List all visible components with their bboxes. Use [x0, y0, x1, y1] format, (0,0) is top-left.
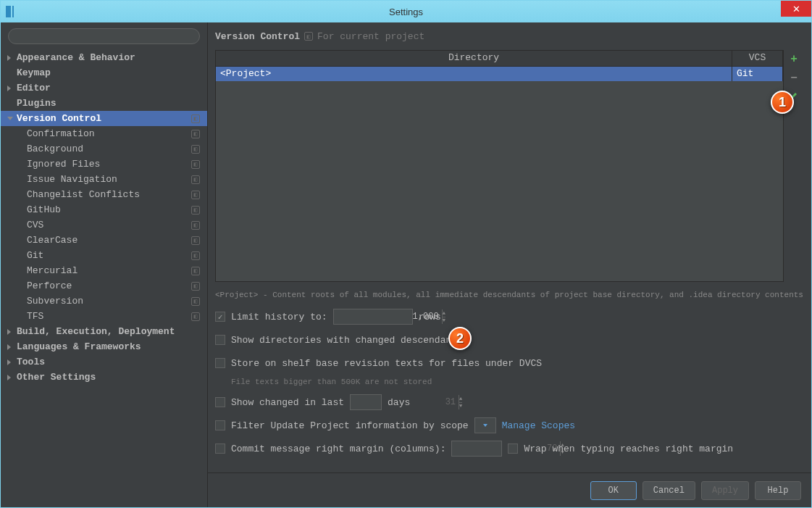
- tree-ignored-files[interactable]: Ignored Files◧: [1, 157, 207, 172]
- tree-tfs[interactable]: TFS◧: [1, 309, 207, 324]
- wrap-label: Wrap when typing reaches right margin: [524, 444, 733, 454]
- wrap-checkbox[interactable]: [508, 444, 518, 454]
- column-directory: Directory: [216, 51, 732, 66]
- tree-build[interactable]: Build, Execution, Deployment: [1, 324, 207, 339]
- search-input[interactable]: [8, 28, 200, 44]
- tree-version-control[interactable]: Version Control◧: [1, 111, 207, 126]
- spin-up-icon[interactable]: ▲: [459, 395, 462, 403]
- chevron-right-icon: [7, 344, 11, 350]
- column-vcs: VCS: [732, 51, 783, 66]
- callout-1: 1: [771, 91, 794, 114]
- tree-github[interactable]: GitHub◧: [1, 202, 207, 217]
- limit-history-checkbox[interactable]: [215, 312, 225, 322]
- footer: OK Cancel Apply Help: [208, 472, 811, 507]
- tree-changelist-conflicts[interactable]: Changelist Conflicts◧: [1, 187, 207, 202]
- table-toolbar: + − 1: [784, 50, 804, 282]
- scope-dropdown[interactable]: [474, 417, 496, 433]
- tree-issue-navigation[interactable]: Issue Navigation◧: [1, 172, 207, 187]
- chevron-right-icon: [7, 86, 11, 91]
- settings-window: Settings ✕ Appearance & Behavior Keymap …: [0, 0, 812, 508]
- chevron-right-icon: [7, 329, 11, 335]
- chevron-down-icon: [7, 117, 13, 120]
- store-shelf-label: Store on shelf base revision texts for f…: [231, 358, 542, 369]
- tree-mercurial[interactable]: Mercurial◧: [1, 263, 207, 278]
- ok-button[interactable]: OK: [590, 481, 637, 500]
- project-scope-icon: ◧: [191, 130, 200, 138]
- breadcrumb: Version Control ◧ For current project: [208, 22, 811, 50]
- titlebar: Settings ✕: [1, 1, 811, 22]
- tree-confirmation[interactable]: Confirmation◧: [1, 126, 207, 141]
- store-shelf-checkbox[interactable]: [215, 358, 225, 368]
- store-shelf-hint: File texts bigger than 500K are not stor…: [231, 378, 804, 386]
- show-changed-suffix: days: [388, 397, 410, 408]
- limit-history-label: Limit history to:: [231, 312, 327, 322]
- show-changed-label: Show changed in last: [231, 397, 344, 408]
- option-show-directories: Show directories with changed descendant…: [215, 331, 804, 349]
- tree-plugins[interactable]: Plugins: [1, 96, 207, 111]
- table-header: Directory VCS: [216, 51, 783, 67]
- tree-cvs[interactable]: CVS◧: [1, 217, 207, 233]
- spin-down-icon[interactable]: ▼: [459, 403, 462, 410]
- chevron-right-icon: [7, 55, 11, 61]
- svg-rect-0: [6, 6, 11, 17]
- tree-editor[interactable]: Editor: [1, 80, 207, 96]
- tree-subversion[interactable]: Subversion◧: [1, 293, 207, 309]
- project-scope-icon: ◧: [191, 191, 200, 199]
- tree-git[interactable]: Git◧: [1, 248, 207, 263]
- project-scope-icon: ◧: [191, 175, 200, 184]
- project-scope-icon: ◧: [191, 145, 200, 154]
- tree-appearance[interactable]: Appearance & Behavior: [1, 50, 207, 65]
- project-scope-icon: ◧: [191, 114, 200, 123]
- table-row[interactable]: <Project> Git: [216, 67, 783, 81]
- tree-perforce[interactable]: Perforce◧: [1, 278, 207, 293]
- minus-icon: −: [790, 72, 798, 85]
- show-changed-checkbox[interactable]: [215, 397, 225, 407]
- option-limit-history: Limit history to: ▲▼ rows: [215, 308, 804, 325]
- project-scope-icon: ◧: [191, 236, 200, 245]
- spin-up-icon[interactable]: ▲: [443, 309, 445, 317]
- show-dirs-checkbox[interactable]: [215, 335, 225, 345]
- search-container: [1, 22, 207, 50]
- help-button[interactable]: Help: [755, 481, 801, 500]
- settings-tree: Appearance & Behavior Keymap Editor Plug…: [1, 50, 207, 507]
- option-commit-margin: Commit message right margin (columns): ▲…: [215, 440, 804, 457]
- commit-margin-label: Commit message right margin (columns):: [231, 444, 445, 454]
- options-group: Limit history to: ▲▼ rows Show directori…: [215, 308, 804, 463]
- tree-languages[interactable]: Languages & Frameworks: [1, 339, 207, 354]
- tree-other-settings[interactable]: Other Settings: [1, 370, 207, 385]
- commit-margin-spinner[interactable]: ▲▼: [451, 441, 502, 457]
- main-panel: Version Control ◧ For current project Di…: [208, 22, 811, 507]
- show-dirs-label: Show directories with changed descendant…: [231, 335, 463, 346]
- remove-button[interactable]: −: [787, 72, 800, 85]
- cancel-button[interactable]: Cancel: [643, 481, 695, 500]
- filter-update-checkbox[interactable]: [215, 420, 225, 430]
- project-scope-icon: ◧: [191, 160, 200, 169]
- apply-button[interactable]: Apply: [701, 481, 749, 500]
- limit-history-spinner[interactable]: ▲▼: [333, 309, 413, 325]
- spin-down-icon[interactable]: ▼: [443, 317, 445, 325]
- close-button[interactable]: ✕: [781, 1, 811, 17]
- filter-update-label: Filter Update Project information by sco…: [231, 420, 469, 431]
- tree-tools[interactable]: Tools: [1, 354, 207, 370]
- option-filter-update: Filter Update Project information by sco…: [215, 417, 804, 434]
- description-text: <Project> - Content roots of all modules…: [215, 291, 804, 299]
- tree-clearcase[interactable]: ClearCase◧: [1, 233, 207, 248]
- cell-vcs: Git: [732, 67, 783, 81]
- sidebar: Appearance & Behavior Keymap Editor Plug…: [1, 22, 208, 507]
- app-logo-icon: [5, 5, 18, 18]
- project-scope-icon: ◧: [191, 267, 200, 275]
- commit-margin-checkbox[interactable]: [215, 444, 225, 454]
- project-scope-icon: ◧: [191, 312, 200, 321]
- manage-scopes-link[interactable]: Manage Scopes: [502, 420, 575, 431]
- project-scope-icon: ◧: [191, 206, 200, 215]
- add-button[interactable]: +: [787, 53, 800, 66]
- tree-keymap[interactable]: Keymap: [1, 65, 207, 80]
- project-scope-icon: ◧: [191, 297, 200, 306]
- vcs-mapping-area: Directory VCS <Project> Git + − 1: [215, 50, 804, 282]
- vcs-table: Directory VCS <Project> Git: [215, 50, 784, 282]
- plus-icon: +: [790, 53, 798, 66]
- tree-background[interactable]: Background◧: [1, 141, 207, 157]
- project-scope-icon: ◧: [304, 32, 313, 41]
- show-changed-spinner[interactable]: ▲▼: [350, 394, 382, 410]
- close-icon: ✕: [792, 4, 800, 14]
